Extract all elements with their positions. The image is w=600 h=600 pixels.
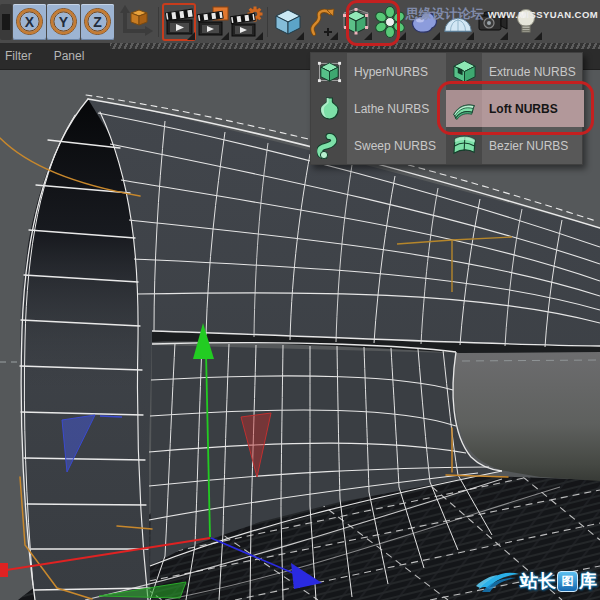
menu-item-sweep-nurbs[interactable]: Sweep NURBS: [311, 127, 446, 164]
menu-item-label: HyperNURBS: [347, 65, 428, 79]
menu-item-lathe-nurbs[interactable]: Lathe NURBS: [311, 90, 446, 127]
render-region-icon: [196, 6, 230, 38]
main-toolbar: X Y Z: [0, 0, 600, 43]
menu-item-label: Loft NURBS: [482, 102, 558, 116]
nurbs-button[interactable]: [339, 3, 373, 41]
sky-dome-icon: [441, 6, 475, 38]
cube-icon: [273, 7, 303, 37]
toolbar-edge-hatch: [110, 42, 600, 49]
partial-icon[interactable]: [0, 4, 12, 40]
x-axis-label: X: [25, 14, 34, 30]
primitive-cube-button[interactable]: [271, 3, 305, 41]
render-settings-button[interactable]: [230, 3, 264, 41]
axes-cube-icon: [117, 5, 153, 39]
render-settings-icon: [230, 6, 264, 38]
toolbar-separator: [264, 4, 271, 40]
bezier-nurbs-icon: [446, 127, 482, 164]
camera-icon: [475, 6, 509, 38]
menu-item-loft-nurbs[interactable]: Loft NURBS: [446, 90, 584, 127]
light-bulb-icon: [511, 6, 541, 38]
environment-button[interactable]: [441, 3, 475, 41]
loft-nurbs-icon: [446, 90, 482, 127]
x-axis-cap: [0, 563, 8, 577]
metaball-button[interactable]: [407, 3, 441, 41]
render-clapper-icon: [163, 6, 195, 38]
sweep-nurbs-icon: [311, 127, 347, 164]
spline-tool-button[interactable]: [305, 3, 339, 41]
lathe-nurbs-icon: [311, 90, 347, 127]
x-axis-lock-button[interactable]: X: [13, 4, 46, 40]
spline-pen-icon: [307, 7, 337, 37]
nurbs-menu-left-column: HyperNURBS Lathe NURBS: [311, 53, 446, 164]
menu-panel[interactable]: Panel: [54, 49, 85, 63]
light-button[interactable]: [509, 3, 543, 41]
menu-item-label: Bezier NURBS: [482, 139, 568, 153]
nurbs-menu-right-column: Extrude NURBS Loft NURBS: [446, 53, 584, 164]
array-button[interactable]: [373, 3, 407, 41]
z-axis-lock-button[interactable]: Z: [81, 4, 114, 40]
metaball-icon: [408, 6, 440, 38]
hypernurbs-icon: [311, 53, 347, 90]
y-axis-lock-button[interactable]: Y: [47, 4, 80, 40]
coordinate-system-button[interactable]: [115, 3, 155, 41]
menu-item-hypernurbs[interactable]: HyperNURBS: [311, 53, 446, 90]
menu-item-label: Sweep NURBS: [347, 139, 436, 153]
render-view-button[interactable]: [162, 3, 196, 41]
menu-item-extrude-nurbs[interactable]: Extrude NURBS: [446, 53, 584, 90]
render-region-button[interactable]: [196, 3, 230, 41]
menu-item-label: Extrude NURBS: [482, 65, 576, 79]
y-axis-label: Y: [59, 14, 68, 30]
nurbs-cube-icon: [340, 6, 372, 38]
menu-filter[interactable]: Filter: [5, 49, 32, 63]
extrude-nurbs-icon: [446, 53, 482, 90]
menu-item-bezier-nurbs[interactable]: Bezier NURBS: [446, 127, 584, 164]
z-axis-label: Z: [93, 14, 102, 30]
menu-item-label: Lathe NURBS: [347, 102, 429, 116]
nurbs-dropdown-menu: HyperNURBS Lathe NURBS: [310, 52, 583, 165]
camera-button[interactable]: [475, 3, 509, 41]
application-window: X Y Z: [0, 0, 600, 600]
array-flower-icon: [374, 6, 406, 38]
toolbar-separator: [155, 4, 162, 40]
